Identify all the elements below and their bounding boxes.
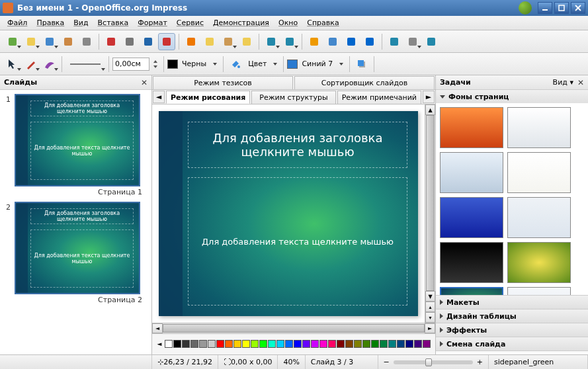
color-swatch[interactable] xyxy=(182,340,190,348)
save-button[interactable] xyxy=(41,33,58,50)
scroll-left[interactable]: ◄ xyxy=(152,323,163,333)
master-thumbnail[interactable] xyxy=(440,152,503,193)
tab-outline[interactable]: Режим структуры xyxy=(251,91,335,104)
tab-drawing[interactable]: Режим рисования xyxy=(166,91,250,104)
master-thumbnail[interactable] xyxy=(507,197,571,238)
fill-bucket-icon[interactable] xyxy=(227,56,244,73)
slides-list[interactable]: 1Для добавления заголовка щелкните мышью… xyxy=(0,90,151,354)
horizontal-scrollbar[interactable]: ◄ ► xyxy=(152,323,435,333)
paste-button[interactable] xyxy=(220,33,237,50)
section-table-header[interactable]: Дизайн таблицы xyxy=(436,309,588,323)
menu-формат[interactable]: Формат xyxy=(133,17,172,28)
undo-button[interactable] xyxy=(263,33,280,50)
colorbar-left[interactable]: ◄ xyxy=(155,335,164,352)
chart-button[interactable] xyxy=(306,33,323,50)
minimize-button[interactable] xyxy=(538,2,552,14)
brush-tool[interactable] xyxy=(41,56,58,73)
fill-type-dropdown[interactable] xyxy=(271,56,280,73)
edit-button[interactable] xyxy=(78,33,95,50)
color-swatch[interactable] xyxy=(354,340,362,348)
color-swatch[interactable] xyxy=(276,340,284,348)
maximize-button[interactable] xyxy=(554,2,569,14)
cut-button[interactable] xyxy=(183,33,200,50)
close-button[interactable] xyxy=(571,2,585,14)
help-button[interactable] xyxy=(423,33,440,50)
color-swatch[interactable] xyxy=(414,340,422,348)
hscroll-thumb[interactable] xyxy=(163,324,425,333)
section-transition-header[interactable]: Смена слайда xyxy=(436,337,588,350)
fill-color-dropdown[interactable] xyxy=(337,56,346,73)
mail-button[interactable] xyxy=(60,33,77,50)
fill-color-swatch[interactable] xyxy=(287,60,298,69)
color-swatch[interactable] xyxy=(165,340,173,348)
pdf-button[interactable] xyxy=(103,33,120,50)
scroll-up[interactable]: ▲ xyxy=(425,104,435,115)
master-thumbnail[interactable] xyxy=(440,287,503,295)
color-swatch[interactable] xyxy=(173,340,181,348)
tab-scroll-left[interactable]: ◄ xyxy=(153,91,165,103)
color-swatch[interactable] xyxy=(242,340,250,348)
spell-button[interactable] xyxy=(140,33,157,50)
line-style[interactable] xyxy=(65,56,105,73)
masters-gallery[interactable] xyxy=(436,103,588,295)
color-swatch[interactable] xyxy=(225,340,233,348)
title-placeholder[interactable]: Для добавления заголовка щелкните мышью xyxy=(188,122,407,168)
line-color-swatch[interactable] xyxy=(167,60,178,69)
master-thumbnail[interactable] xyxy=(440,242,503,283)
section-effects-header[interactable]: Эффекты xyxy=(436,323,588,337)
prev-slide[interactable]: ▴ xyxy=(425,302,435,312)
master-thumbnail[interactable] xyxy=(440,107,503,148)
master-thumbnail[interactable] xyxy=(507,152,571,193)
task-panel-close[interactable]: ✕ xyxy=(577,78,584,87)
zoom-button[interactable] xyxy=(404,33,421,50)
section-layouts-header[interactable]: Макеты xyxy=(436,296,588,309)
vscroll-thumb[interactable] xyxy=(426,115,435,291)
tab-scroll-right[interactable]: ► xyxy=(423,91,435,103)
vertical-scrollbar[interactable]: ▲ ▼ ▴ ▾ xyxy=(425,104,435,323)
scroll-down[interactable]: ▼ xyxy=(425,291,435,302)
color-swatch[interactable] xyxy=(302,340,310,348)
zoom-slider[interactable]: −+ xyxy=(378,355,489,369)
slide-canvas[interactable]: Для добавления заголовка щелкните мышью … xyxy=(159,111,418,316)
color-swatch[interactable] xyxy=(362,340,370,348)
color-swatch[interactable] xyxy=(268,340,276,348)
menu-вид[interactable]: Вид xyxy=(69,17,93,28)
color-swatch[interactable] xyxy=(233,340,241,348)
color-swatch[interactable] xyxy=(294,340,302,348)
gallery-button[interactable] xyxy=(386,33,403,50)
slide-thumbnail[interactable]: Для добавления заголовка щелкните мышьюД… xyxy=(15,94,140,186)
pen-tool[interactable] xyxy=(22,56,40,73)
section-masters-header[interactable]: Фоны страниц xyxy=(436,90,588,103)
color-swatch[interactable] xyxy=(380,340,388,348)
master-thumbnail[interactable] xyxy=(440,197,503,238)
slide-item[interactable]: 1Для добавления заголовка щелкните мышью… xyxy=(3,94,149,196)
nav-button[interactable] xyxy=(361,33,378,50)
color-swatch[interactable] xyxy=(371,340,379,348)
color-swatch[interactable] xyxy=(337,340,345,348)
menu-вставка[interactable]: Вставка xyxy=(93,17,134,28)
color-swatch[interactable] xyxy=(328,340,336,348)
color-swatch[interactable] xyxy=(259,340,267,348)
line-color-dropdown[interactable] xyxy=(210,56,220,73)
body-placeholder[interactable]: Для добавления текста щелкните мышью xyxy=(188,177,407,306)
color-swatch[interactable] xyxy=(423,340,431,348)
color-swatch[interactable] xyxy=(216,340,224,348)
new-button[interactable] xyxy=(4,33,21,50)
line-width-input[interactable] xyxy=(112,58,149,71)
color-swatch[interactable] xyxy=(199,340,207,348)
shadow-toggle[interactable] xyxy=(353,56,370,73)
line-width-spinner[interactable] xyxy=(151,56,160,73)
color-swatch[interactable] xyxy=(190,340,198,348)
redo-button[interactable] xyxy=(281,33,298,50)
copy-button[interactable] xyxy=(201,33,218,50)
color-swatch[interactable] xyxy=(285,340,293,348)
tab-notes[interactable]: Режим примечаний xyxy=(337,91,421,104)
menu-сервис[interactable]: Сервис xyxy=(172,17,208,28)
color-swatch[interactable] xyxy=(319,340,327,348)
view-tab[interactable]: Сортировщик слайдов xyxy=(294,76,435,89)
scroll-right[interactable]: ► xyxy=(425,323,435,333)
menu-правка[interactable]: Правка xyxy=(32,17,69,28)
menu-файл[interactable]: Файл xyxy=(3,17,32,28)
link-button[interactable] xyxy=(343,33,360,50)
menu-справка[interactable]: Справка xyxy=(302,17,343,28)
